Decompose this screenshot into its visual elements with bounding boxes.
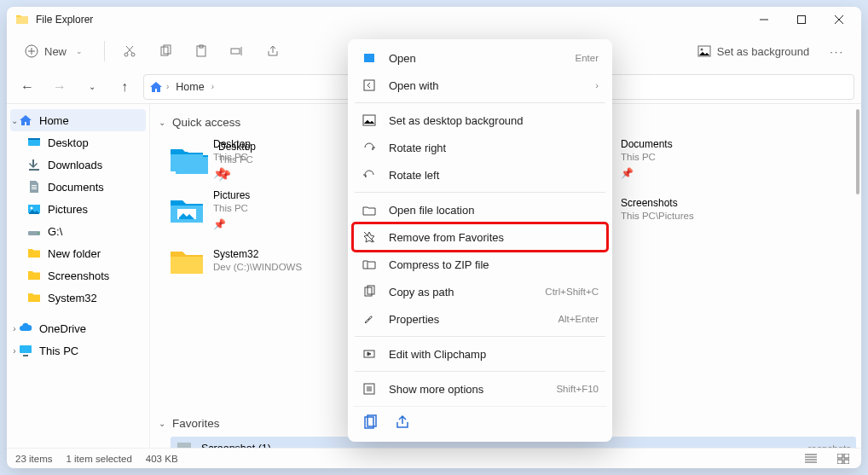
maximize-button[interactable] bbox=[783, 7, 820, 32]
set-background-button[interactable]: Set as background bbox=[690, 40, 816, 62]
qa-item-screenshots[interactable]: ScreenshotsThis PC\Pictures bbox=[617, 184, 697, 235]
cut-button[interactable] bbox=[115, 40, 144, 62]
ctx-quick-actions bbox=[353, 406, 607, 437]
navigation-sidebar: ⌄ Home Desktop Downloads Documents Pictu… bbox=[7, 104, 150, 448]
unpin-icon bbox=[362, 229, 377, 245]
paste-button[interactable] bbox=[187, 40, 216, 62]
svg-rect-22 bbox=[844, 454, 849, 458]
folder-open-icon bbox=[362, 202, 377, 217]
share-icon bbox=[265, 43, 281, 59]
status-bar: 23 items 1 item selected 403 KB bbox=[7, 448, 861, 468]
svg-rect-25 bbox=[364, 54, 374, 62]
clipboard-icon bbox=[194, 43, 209, 59]
item-name: Pictures bbox=[213, 188, 250, 202]
chevron-down-icon[interactable]: ⌄ bbox=[9, 116, 20, 125]
item-sub: This PC bbox=[213, 202, 250, 216]
ctx-copy-path[interactable]: Copy as pathCtrl+Shift+C bbox=[353, 278, 607, 305]
cloud-icon bbox=[19, 321, 32, 335]
chevron-right-icon[interactable]: › bbox=[9, 346, 20, 356]
share-button[interactable] bbox=[258, 40, 287, 62]
ctx-rotate-left[interactable]: Rotate left bbox=[353, 161, 607, 188]
ctx-separator bbox=[355, 336, 605, 337]
qa-item-desktop[interactable]: DesktopThis PC📌 bbox=[165, 133, 305, 184]
pin-icon: 📌 bbox=[621, 166, 673, 180]
scrollbar-thumb[interactable] bbox=[856, 109, 859, 194]
desktop-icon bbox=[27, 136, 41, 149]
ctx-rotate-right[interactable]: Rotate right bbox=[353, 134, 607, 161]
ctx-open-with[interactable]: Open with› bbox=[353, 72, 607, 99]
item-name: Screenshot (1) bbox=[201, 443, 271, 448]
section-title: Quick access bbox=[172, 116, 240, 129]
ctx-separator bbox=[355, 102, 605, 103]
zip-icon bbox=[362, 257, 377, 272]
explorer-window: File Explorer New ⌄ Set as background ··… bbox=[7, 7, 861, 468]
chevron-down-icon: ⌄ bbox=[72, 43, 87, 59]
sidebar-item-label: System32 bbox=[48, 292, 97, 304]
sidebar-item-system32[interactable]: System32 bbox=[10, 287, 146, 309]
sidebar-item-pictures[interactable]: Pictures bbox=[10, 198, 146, 220]
sidebar-item-downloads[interactable]: Downloads bbox=[10, 154, 146, 176]
sidebar-item-label: Downloads bbox=[48, 159, 102, 171]
plus-circle-icon bbox=[24, 43, 39, 59]
copy-button[interactable] bbox=[151, 40, 180, 62]
ctx-open[interactable]: OpenEnter bbox=[353, 44, 607, 72]
sidebar-item-thispc[interactable]: ›This PC bbox=[10, 339, 146, 362]
forward-button[interactable]: → bbox=[46, 73, 73, 101]
qa-item-system32[interactable]: System32Dev (C:)\WINDOWS bbox=[165, 235, 305, 287]
ctx-set-desktop-bg[interactable]: Set as desktop background bbox=[353, 107, 607, 134]
copy-icon[interactable] bbox=[362, 414, 379, 431]
recent-dropdown[interactable]: ⌄ bbox=[78, 73, 106, 101]
chevron-down-icon: ⌄ bbox=[159, 419, 165, 428]
qa-item-documents[interactable]: DocumentsThis PC📌 bbox=[617, 133, 697, 184]
open-with-icon bbox=[362, 78, 377, 93]
sidebar-item-label: G:\ bbox=[48, 225, 62, 238]
titlebar: File Explorer bbox=[7, 7, 861, 32]
item-sub: Dev (C:)\WINDOWS bbox=[213, 261, 302, 275]
sidebar-item-gdrive[interactable]: G:\ bbox=[10, 220, 146, 242]
item-name: Screenshots bbox=[621, 196, 694, 210]
up-button[interactable]: ↑ bbox=[111, 73, 138, 101]
ctx-properties[interactable]: PropertiesAlt+Enter bbox=[353, 305, 607, 333]
svg-rect-23 bbox=[837, 460, 842, 464]
share-icon[interactable] bbox=[394, 414, 411, 431]
folder-icon bbox=[169, 243, 205, 279]
sidebar-item-screenshots[interactable]: Screenshots bbox=[10, 264, 146, 287]
folder-icon bbox=[27, 269, 41, 282]
sidebar-item-newfolder[interactable]: New folder bbox=[10, 242, 146, 264]
svg-rect-26 bbox=[364, 80, 374, 90]
ctx-compress-zip[interactable]: Compress to ZIP file bbox=[353, 251, 607, 278]
close-button[interactable] bbox=[820, 7, 858, 32]
ctx-open-location[interactable]: Open file location bbox=[353, 196, 607, 223]
sidebar-item-documents[interactable]: Documents bbox=[10, 176, 146, 198]
sidebar-item-label: OneDrive bbox=[39, 322, 86, 335]
item-name: Documents bbox=[621, 137, 673, 151]
open-icon bbox=[362, 50, 377, 66]
ctx-separator bbox=[355, 371, 605, 372]
qa-item-pictures[interactable]: PicturesThis PC📌 bbox=[165, 184, 305, 235]
minimize-button[interactable] bbox=[745, 7, 783, 32]
sidebar-item-home[interactable]: ⌄ Home bbox=[10, 109, 146, 131]
ctx-show-more[interactable]: Show more optionsShift+F10 bbox=[353, 375, 607, 403]
chevron-right-icon: › bbox=[211, 82, 214, 91]
ctx-remove-favorites[interactable]: Remove from Favorites bbox=[353, 223, 607, 251]
ctx-clipchamp[interactable]: Edit with Clipchamp bbox=[353, 340, 607, 368]
sidebar-item-label: Home bbox=[39, 114, 69, 127]
rotate-left-icon bbox=[362, 167, 377, 182]
sidebar-item-label: Documents bbox=[48, 181, 104, 194]
chevron-right-icon: › bbox=[595, 80, 599, 90]
breadcrumb-home[interactable]: Home bbox=[172, 79, 207, 95]
copy-path-icon bbox=[362, 284, 377, 299]
more-button[interactable]: ··· bbox=[823, 42, 851, 61]
svg-point-10 bbox=[700, 49, 703, 51]
chevron-right-icon[interactable]: › bbox=[9, 324, 20, 333]
icons-view-button[interactable] bbox=[834, 451, 853, 466]
details-view-button[interactable] bbox=[801, 451, 820, 466]
rename-button[interactable] bbox=[223, 40, 252, 62]
new-button[interactable]: New ⌄ bbox=[17, 40, 94, 62]
sidebar-item-desktop[interactable]: Desktop bbox=[10, 131, 146, 154]
svg-rect-17 bbox=[20, 345, 32, 353]
sidebar-item-label: Pictures bbox=[48, 203, 88, 216]
sidebar-item-onedrive[interactable]: ›OneDrive bbox=[10, 317, 146, 339]
back-button[interactable]: ← bbox=[14, 73, 41, 101]
more-icon bbox=[362, 381, 377, 397]
